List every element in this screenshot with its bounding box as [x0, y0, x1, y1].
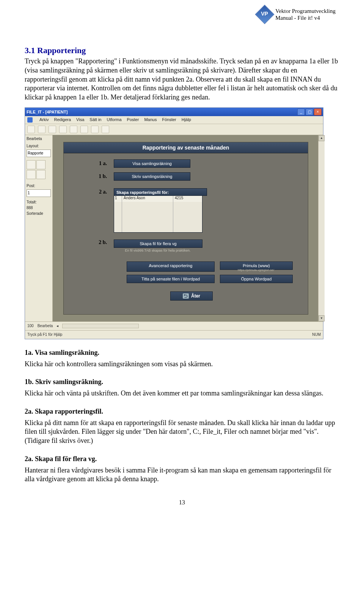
back-arrow-icon: ⮌	[183, 293, 189, 299]
toolbar-btn[interactable]	[38, 126, 46, 133]
list-item[interactable]	[114, 220, 202, 226]
tool-icon[interactable]	[36, 170, 46, 179]
zoom-value[interactable]: 100	[27, 324, 34, 328]
primula-url: https://primula.vgregion.se/	[220, 268, 292, 272]
list-item[interactable]	[114, 202, 202, 208]
post-input[interactable]	[27, 189, 51, 197]
titta-senaste-filen-button[interactable]: Titta på senaste filen i Wordpad	[127, 275, 215, 283]
layout-select[interactable]	[27, 150, 51, 157]
menu-utforma[interactable]: Utforma	[107, 117, 121, 123]
mode-label: Bearbeta	[38, 324, 53, 328]
list-no: 1	[114, 196, 122, 202]
list-item[interactable]	[114, 214, 202, 220]
page-number: 13	[25, 499, 339, 506]
totalt-value: 888	[27, 206, 51, 210]
oppna-wordpad-button[interactable]: Öppna Wordpad	[220, 275, 293, 283]
toolbar-btn[interactable]	[91, 126, 99, 133]
body-2a: Klicka på ditt namn för att skapa en rap…	[25, 419, 339, 446]
ater-button[interactable]: ⮌ Åter	[170, 291, 213, 301]
row-2a-label: 2 a.	[90, 189, 107, 195]
post-label: Post:	[27, 184, 51, 188]
maximize-icon[interactable]: ▢	[306, 109, 313, 115]
statusbar-num: NUM	[312, 332, 321, 337]
hint-2b: En fil vis999.TAB skapas för hela prakti…	[114, 249, 202, 252]
window-title: FILE_IT - [4PATIENT]	[27, 110, 67, 114]
minimize-icon[interactable]: _	[297, 109, 305, 115]
body-1b: Klicka här och vänta på utskriften. Om d…	[25, 389, 339, 398]
app-screenshot: FILE_IT - [4PATIENT] _ ▢ × Arkiv Rediger…	[25, 107, 323, 339]
list-item[interactable]: 1 Anders Ason 4215	[114, 196, 202, 202]
skapa-fil-flera-button[interactable]: Skapa fil för flera vg	[114, 239, 202, 248]
subhead-1a: 1a. Visa samlingsräkning.	[25, 349, 99, 356]
scroll-up-icon[interactable]: ▲	[318, 135, 325, 141]
menu-poster[interactable]: Poster	[127, 117, 139, 123]
sorterade-label: Sorterade	[27, 211, 51, 216]
row-1a-label: 1 a.	[90, 161, 107, 167]
section-heading: 3.1 Rapportering	[25, 46, 339, 55]
menu-redigera[interactable]: Redigera	[54, 117, 71, 123]
menu-manus[interactable]: Manus	[144, 117, 157, 123]
manual-header: VP Vektor Programutveckling Manual - Fil…	[258, 8, 336, 21]
tool-icon[interactable]	[27, 170, 36, 179]
toolbar-btn[interactable]	[80, 126, 88, 133]
sidebar: Bearbeta Layout: Post: Totalt: 888 Sorte…	[25, 135, 53, 321]
toolbar-btn[interactable]	[59, 126, 67, 133]
layout-label: Layout:	[27, 144, 51, 148]
avancerad-rapportering-button[interactable]: Avancerad rapportering	[127, 261, 215, 272]
skriv-samlingsrakning-button[interactable]: Skriv samlingsräkning	[114, 172, 190, 181]
row-1b-label: 1 b.	[90, 173, 107, 180]
menu-hjalp[interactable]: Hjälp	[182, 117, 191, 123]
menu-arkiv[interactable]: Arkiv	[39, 117, 49, 123]
vardgivare-list: 1 Anders Ason 4215	[114, 196, 202, 233]
tool-icon[interactable]	[36, 160, 46, 169]
visa-samlingsrakning-button[interactable]: Visa samlingsräkning	[114, 159, 190, 168]
hscroll-left-icon[interactable]: ◂	[56, 324, 58, 328]
menu-sattin[interactable]: Sätt in	[89, 117, 101, 123]
vp-logo-icon: VP	[255, 5, 275, 24]
report-panel: Rapportering av senaste månaden 1 a. Vis…	[63, 142, 308, 315]
toolbar-btn[interactable]	[49, 126, 56, 133]
skapa-fil-header: Skapa rapporteringsfil för:	[114, 188, 207, 196]
body-2b: Hanterar ni flera vårdgivares besök i sa…	[25, 466, 339, 484]
menu-fonster[interactable]: Fönster	[162, 117, 176, 123]
toolbar-btn[interactable]	[70, 126, 77, 133]
canvas: Rapportering av senaste månaden 1 a. Vis…	[53, 135, 318, 321]
subhead-1b: 1b. Skriv samlingsräkning.	[25, 378, 103, 386]
close-icon[interactable]: ×	[314, 109, 322, 115]
window-titlebar: FILE_IT - [4PATIENT] _ ▢ ×	[25, 108, 323, 116]
subhead-2a: 2a. Skapa rapporteringsfil.	[25, 408, 103, 415]
panel-title: Rapportering av senaste månaden	[64, 142, 308, 153]
intro-paragraph: Tryck på knappen "Rapportering" i Funkti…	[25, 57, 339, 102]
statusbar-lower: Tryck på F1 för Hjälp NUM	[25, 330, 323, 339]
row-2b-label: 2 b.	[90, 239, 107, 246]
scroll-down-icon[interactable]: ▼	[318, 315, 325, 321]
tool-icon[interactable]	[27, 160, 36, 169]
totalt-label: Totalt:	[27, 200, 51, 204]
list-item[interactable]	[114, 208, 202, 214]
body-1a: Klicka här och kontrollera samlingsräkni…	[25, 360, 339, 369]
list-code: 4215	[173, 196, 202, 202]
ater-label: Åter	[191, 293, 200, 299]
toolbar-btn[interactable]	[27, 126, 35, 133]
subhead-2b: 2a. Skapa fil för flera vg.	[25, 455, 97, 463]
menu-visa[interactable]: Visa	[76, 117, 84, 123]
header-company: Vektor Programutveckling	[275, 8, 336, 14]
vertical-scrollbar[interactable]: ▲ ▼	[318, 135, 325, 321]
toolbar-btn[interactable]	[102, 126, 109, 133]
statusbar-upper: 100 Bearbeta ◂	[25, 321, 323, 330]
header-manual: Manual - File it! v4	[275, 14, 336, 21]
menu-bar: Arkiv Redigera Visa Sätt in Utforma Post…	[25, 116, 323, 124]
list-name: Anders Ason	[122, 196, 173, 202]
statusbar-help: Tryck på F1 för Hjälp	[27, 332, 62, 337]
horizontal-scrollbar[interactable]	[62, 324, 139, 328]
sidebar-bearbeta[interactable]: Bearbeta	[27, 137, 51, 141]
list-item[interactable]	[114, 226, 202, 232]
toolbar	[25, 124, 323, 135]
app-icon	[27, 117, 33, 123]
